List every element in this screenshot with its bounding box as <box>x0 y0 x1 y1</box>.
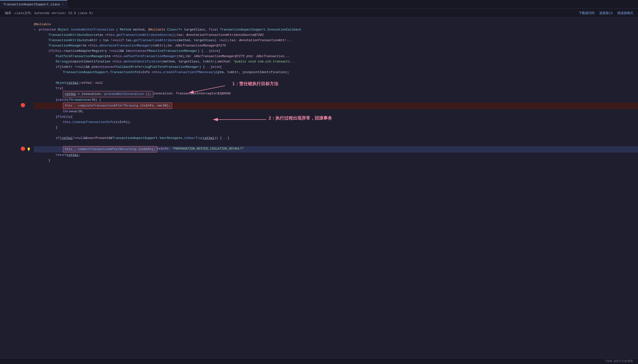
code-line-14: retVal = invocation. proceedWithInvocati… <box>34 91 638 97</box>
breakpoint-icon-1: 🔴 <box>20 103 26 108</box>
download-source-button[interactable]: 下载源代码 <box>579 11 594 15</box>
reader-mode-button[interactable]: 阅读器模式 <box>618 11 633 15</box>
code-line-12: Object retVal ; retVal: null <box>34 80 638 86</box>
status-bar: CSDN @张子行的博客 <box>0 358 638 364</box>
code-line-26: } <box>34 158 638 163</box>
code-line-22: if ( retVal != null && vavrPresent && Tr… <box>34 136 638 141</box>
code-line-15: } catch ( Throwable var20) { <box>34 97 638 102</box>
top-bar: 编译 .class文件, bytecode version: 52.0 (Jav… <box>0 9 638 18</box>
code-line-7: PlatformTransactionManager ptm = this . … <box>34 54 638 59</box>
code-line-blank2 <box>34 130 638 136</box>
breakpoint-icon-2: 🔴 <box>20 146 26 152</box>
code-line-17: throw var20; <box>34 109 638 114</box>
code-line-20: } <box>34 125 638 130</box>
highlighted-code-box-2: this . completeTransactionAfterThrowing … <box>63 102 172 109</box>
annotation-nullable: @Nullable <box>34 22 51 27</box>
bytecode-info: 编译 .class文件, bytecode version: 52.0 (Jav… <box>5 11 93 15</box>
tab-close-button[interactable]: × <box>62 3 64 6</box>
tab-label: TransactionAspectSupport.class <box>4 3 60 6</box>
code-line-6: if ( this .reactiveAdapterRegistry != nu… <box>34 48 638 54</box>
code-line-8: String joinpointIdentification = this . … <box>34 59 638 64</box>
code-line-24: 🔴 💡 this . commitTransactionAfterReturni… <box>34 146 638 152</box>
code-line-25: return retVal ; <box>34 152 638 158</box>
app-container: TransactionAspectSupport.class × 编译 .cla… <box>0 0 638 165</box>
code-line-5: TransactionManager tm = this . determine… <box>34 43 638 48</box>
code-line-18: } finally { <box>34 114 638 120</box>
code-line-blank3 <box>34 141 638 146</box>
type-object: Object <box>58 28 71 32</box>
code-line-blank1 <box>34 75 638 80</box>
code-line-9: if (txAttr != null && ptm instanceof Cal… <box>34 64 638 70</box>
code-line-1: @Nullable <box>34 22 638 27</box>
fold-arrow[interactable]: ▼ <box>34 27 39 32</box>
code-line-19: this . cleanupTransactionInfo (txInfo); <box>34 120 638 125</box>
kw-protected: protected <box>39 28 58 32</box>
status-text: CSDN @张子行的博客 <box>605 359 633 363</box>
code-line-3: TransactionAttributeSource tas = this . … <box>34 32 638 38</box>
warning-icon: 💡 <box>26 147 31 152</box>
tab-bar: TransactionAspectSupport.class × <box>0 0 638 9</box>
active-tab[interactable]: TransactionAspectSupport.class × <box>0 0 67 9</box>
highlighted-code-box-1: retVal = invocation. proceedWithInvocati… <box>63 91 153 97</box>
code-line-13: try { <box>34 86 638 91</box>
top-bar-actions: 下载源代码 选择源(S 阅读器模式 <box>579 11 633 15</box>
editor-area: @Nullable ▼ protected Object invokeWithi… <box>0 18 638 165</box>
choose-source-button[interactable]: 选择源(S <box>599 11 612 15</box>
code-line-2: ▼ protected Object invokeWithinTransacti… <box>34 27 638 32</box>
code-line-4: TransactionAttribute txAttr = tas != nul… <box>34 38 638 43</box>
code-line-16: 🔴 this . completeTransactionAfterThrowin… <box>34 102 638 109</box>
highlighted-code-box-3: this . commitTransactionAfterReturning (… <box>63 146 157 152</box>
gutter <box>0 18 14 165</box>
code-line-10: TransactionAspectSupport.TransactionInfo… <box>34 70 638 75</box>
code-editor[interactable]: @Nullable ▼ protected Object invokeWithi… <box>14 18 638 165</box>
fn-invoke: invokeWithinTransaction <box>71 28 114 32</box>
